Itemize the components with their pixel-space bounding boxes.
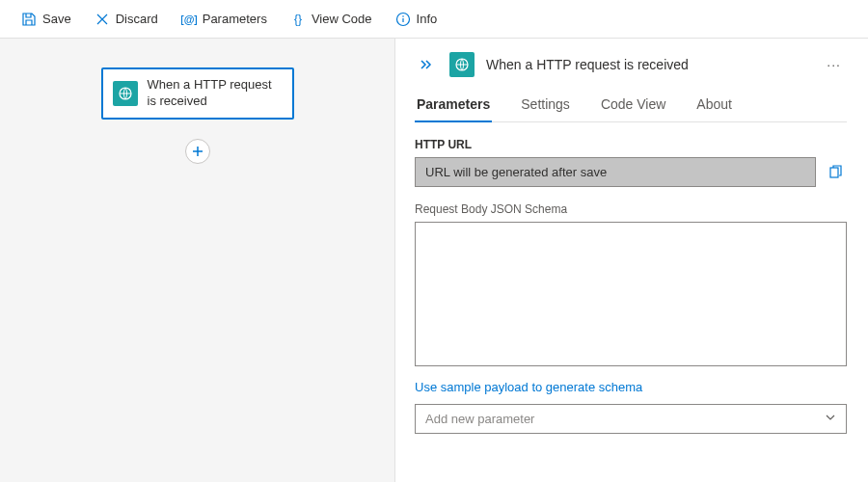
- copy-url-button[interactable]: [824, 161, 847, 184]
- http-url-label: HTTP URL: [415, 138, 847, 151]
- view-code-label: View Code: [312, 12, 372, 26]
- http-url-field: URL will be generated after save: [415, 157, 816, 187]
- discard-label: Discard: [116, 12, 158, 26]
- save-icon: [21, 12, 37, 27]
- http-trigger-icon: [449, 52, 475, 77]
- copy-icon: [827, 165, 843, 180]
- collapse-button[interactable]: [415, 53, 438, 76]
- svg-rect-4: [402, 18, 403, 22]
- parameters-button[interactable]: [@] Parameters: [172, 6, 277, 33]
- details-panel: When a HTTP request is received ··· Para…: [395, 39, 868, 482]
- svg-text:{}: {}: [294, 13, 302, 26]
- info-button[interactable]: Info: [386, 6, 448, 33]
- http-url-row: URL will be generated after save: [415, 157, 847, 187]
- designer-canvas[interactable]: When a HTTP request is received: [0, 39, 395, 482]
- tab-parameters[interactable]: Parameters: [415, 89, 492, 121]
- more-button[interactable]: ···: [821, 53, 847, 76]
- use-sample-payload-link[interactable]: Use sample payload to generate schema: [415, 380, 847, 394]
- discard-icon: [95, 12, 110, 27]
- add-parameter-placeholder: Add new parameter: [425, 412, 534, 426]
- svg-text:[@]: [@]: [181, 13, 197, 25]
- trigger-node-title: When a HTTP request is received: [148, 77, 283, 110]
- add-step-button[interactable]: [185, 139, 210, 164]
- toolbar: Save Discard [@] Parameters {} View Code…: [0, 0, 868, 39]
- workspace: When a HTTP request is received When a H…: [0, 39, 868, 482]
- parameters-icon: [@]: [181, 12, 197, 27]
- info-icon: [395, 12, 411, 27]
- panel-tabs: Parameters Settings Code View About: [415, 89, 847, 122]
- http-trigger-icon: [113, 81, 138, 106]
- parameters-form: HTTP URL URL will be generated after sav…: [415, 138, 847, 472]
- view-code-button[interactable]: {} View Code: [281, 6, 382, 33]
- trigger-node[interactable]: When a HTTP request is received: [101, 67, 294, 120]
- schema-label: Request Body JSON Schema: [415, 202, 847, 216]
- add-parameter-dropdown[interactable]: Add new parameter: [415, 404, 847, 434]
- save-label: Save: [42, 12, 71, 26]
- tab-settings[interactable]: Settings: [519, 89, 572, 121]
- parameters-label: Parameters: [203, 12, 267, 26]
- svg-point-3: [402, 15, 404, 17]
- panel-header: When a HTTP request is received ···: [415, 52, 847, 77]
- save-button[interactable]: Save: [12, 6, 81, 33]
- discard-button[interactable]: Discard: [85, 6, 168, 33]
- info-label: Info: [417, 12, 438, 26]
- chevron-right-double-icon: [419, 57, 434, 72]
- panel-title: When a HTTP request is received: [486, 57, 809, 72]
- svg-rect-7: [830, 168, 838, 177]
- tab-about[interactable]: About: [694, 89, 734, 121]
- braces-icon: {}: [290, 12, 306, 27]
- plus-icon: [192, 146, 203, 157]
- schema-input[interactable]: [415, 222, 847, 366]
- chevron-down-icon: [825, 412, 836, 426]
- tab-code-view[interactable]: Code View: [599, 89, 667, 121]
